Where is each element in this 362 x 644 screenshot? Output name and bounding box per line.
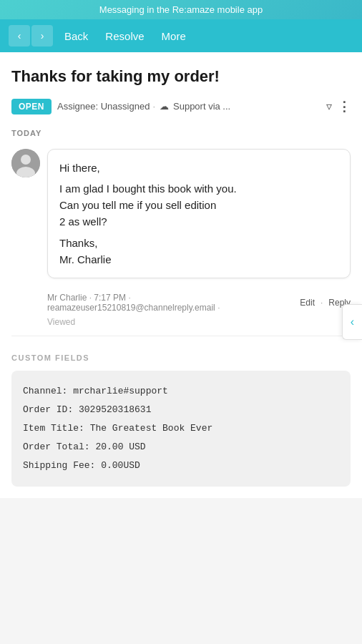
message-body: I am glad I bought this book with you. C… xyxy=(59,180,338,230)
status-bar: OPEN Assignee: Unassigned · ☁ Support vi… xyxy=(11,99,351,114)
kebab-menu-icon[interactable]: ⋮ xyxy=(338,99,351,114)
side-collapse-tab[interactable]: ‹ xyxy=(342,304,362,340)
status-badge: OPEN xyxy=(11,99,52,114)
viewed-label: Viewed xyxy=(11,317,351,327)
custom-fields-box: Channel: mrcharlie#support Order ID: 302… xyxy=(11,371,351,487)
notification-bar: Messaging in the Re:amaze mobile app xyxy=(0,0,362,19)
cf-order-total: Order Total: 20.00 USD xyxy=(23,438,339,457)
custom-fields-title: CUSTOM FIELDS xyxy=(11,353,351,362)
status-meta: Assignee: Unassigned · ☁ Support via ... xyxy=(57,101,321,112)
edit-link[interactable]: Edit xyxy=(300,298,315,308)
svg-point-1 xyxy=(21,155,31,165)
more-button[interactable]: More xyxy=(156,27,192,45)
chevron-left-icon: ‹ xyxy=(351,316,354,328)
message-row: Hi there, I am glad I bought this book w… xyxy=(11,149,351,279)
assignee-label: Assignee: Unassigned xyxy=(57,101,150,112)
channel-label: Support via ... xyxy=(173,101,230,112)
message-sender: Mr Charlie xyxy=(47,293,87,303)
resolve-button[interactable]: Resolve xyxy=(99,27,150,45)
back-button[interactable]: Back xyxy=(59,27,94,45)
message-bubble: Hi there, I am glad I bought this book w… xyxy=(47,149,351,279)
custom-fields-section: CUSTOM FIELDS Channel: mrcharlie#support… xyxy=(11,353,351,498)
message-closing: Thanks, Mr. Charlie xyxy=(59,235,338,268)
nav-arrows: ‹ › xyxy=(9,25,53,47)
message-email: reamazeuser15210819@channelreply.email xyxy=(47,303,215,313)
section-divider xyxy=(11,336,351,336)
message-meta-left: Mr Charlie · 7:17 PM · reamazeuser152108… xyxy=(47,293,297,313)
conversation-title: Thanks for taking my order! xyxy=(11,67,351,87)
cf-order-id: Order ID: 3029520318631 xyxy=(23,401,339,419)
timeline-section: TODAY Hi there, I am glad I bought this … xyxy=(11,129,351,354)
prev-button[interactable]: ‹ xyxy=(9,25,30,47)
cf-shipping-fee: Shipping Fee: 0.00USD xyxy=(23,457,339,475)
filter-icon[interactable]: ▿ xyxy=(326,99,332,113)
message-time: 7:17 PM xyxy=(94,293,126,303)
message-text: Hi there, I am glad I bought this book w… xyxy=(59,160,338,268)
today-label: TODAY xyxy=(11,129,351,137)
header-nav: ‹ › Back Resolve More xyxy=(0,19,362,52)
main-content: Thanks for taking my order! OPEN Assigne… xyxy=(0,52,362,498)
notification-text: Messaging in the Re:amaze mobile app xyxy=(99,4,263,15)
cf-item-title: Item Title: The Greatest Book Ever xyxy=(23,419,339,438)
support-cloud-icon: ☁ xyxy=(160,101,169,112)
next-button[interactable]: › xyxy=(31,25,53,47)
message-meta: Mr Charlie · 7:17 PM · reamazeuser152108… xyxy=(11,287,351,316)
status-action-icons: ▿ ⋮ xyxy=(326,99,351,114)
avatar xyxy=(11,149,40,177)
cf-channel: Channel: mrcharlie#support xyxy=(23,382,339,401)
dot-separator: · xyxy=(152,101,155,112)
message-greeting: Hi there, xyxy=(59,160,338,176)
